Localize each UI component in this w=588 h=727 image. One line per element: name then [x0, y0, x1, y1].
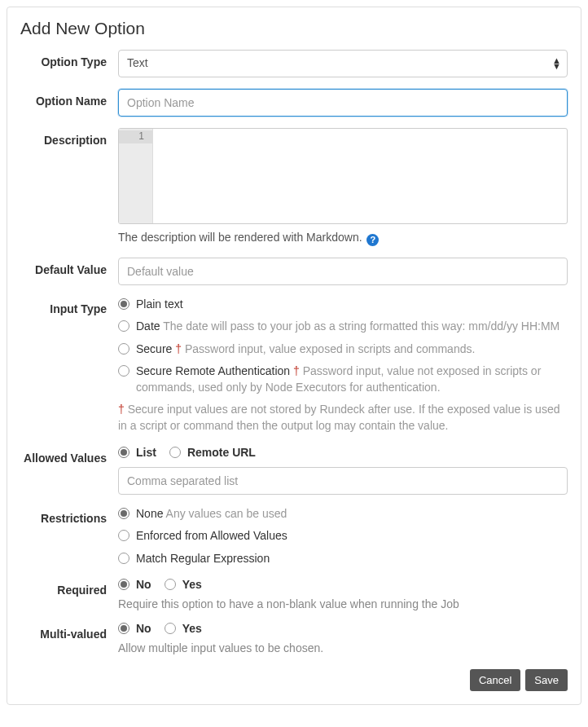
allowed-values-list[interactable]: List — [118, 446, 156, 459]
radio-label: Yes — [182, 622, 202, 635]
radio-icon[interactable] — [118, 579, 129, 590]
editor-gutter: 1 — [119, 129, 153, 223]
help-icon[interactable]: ? — [366, 234, 379, 246]
required-help: Require this option to have a non-blank … — [118, 597, 568, 610]
radio-hint: Any values can be used — [166, 507, 287, 520]
label-allowed-values: Allowed Values — [20, 446, 118, 495]
dagger-icon: † — [118, 403, 125, 416]
multi-valued-help: Allow multiple input values to be chosen… — [118, 641, 568, 654]
add-option-panel: Add New Option Option Type Text ▲▼ Optio… — [7, 7, 581, 705]
radio-label: Match Regular Expression — [136, 552, 270, 565]
radio-label: None — [136, 507, 163, 520]
radio-icon[interactable] — [118, 553, 129, 564]
radio-icon[interactable] — [118, 447, 129, 458]
label-option-name: Option Name — [20, 89, 118, 117]
radio-label: Remote URL — [187, 446, 256, 459]
radio-icon[interactable] — [169, 447, 181, 458]
row-option-name: Option Name — [20, 89, 568, 117]
restriction-none[interactable]: None Any values can be used — [118, 506, 568, 522]
option-type-select[interactable]: Text — [118, 50, 568, 77]
dagger-icon: † — [293, 364, 300, 377]
allowed-values-input[interactable] — [118, 467, 568, 495]
input-type-secure-remote[interactable]: Secure Remote Authentication † Password … — [118, 364, 568, 395]
radio-label: Yes — [182, 578, 202, 591]
label-default-value: Default Value — [20, 258, 118, 285]
label-option-type: Option Type — [20, 50, 118, 77]
required-yes[interactable]: Yes — [165, 578, 202, 591]
description-editor[interactable]: 1 — [118, 128, 568, 224]
input-type-secure[interactable]: Secure † Password input, value exposed i… — [118, 341, 568, 358]
dagger-icon: † — [175, 342, 182, 355]
secure-note-text: Secure input values are not stored by Ru… — [118, 403, 559, 432]
radio-icon[interactable] — [118, 365, 129, 377]
radio-label: No — [136, 578, 151, 591]
radio-icon[interactable] — [118, 298, 129, 310]
radio-hint: Password input, value exposed in scripts… — [185, 342, 475, 355]
radio-icon[interactable] — [118, 530, 129, 541]
radio-icon[interactable] — [165, 623, 176, 634]
radio-icon[interactable] — [118, 320, 129, 332]
radio-label: List — [136, 446, 156, 459]
radio-label: Date — [136, 319, 160, 333]
footer-buttons: Cancel Save — [20, 669, 568, 691]
cancel-button[interactable]: Cancel — [470, 669, 520, 691]
radio-icon[interactable] — [118, 508, 129, 519]
restriction-regex[interactable]: Match Regular Expression — [118, 551, 568, 567]
radio-icon[interactable] — [118, 623, 129, 634]
input-type-date[interactable]: Date The date will pass to your job as a… — [118, 319, 568, 335]
row-allowed-values: Allowed Values List Remote URL — [20, 446, 568, 495]
input-type-plain[interactable]: Plain text — [118, 297, 568, 313]
radio-label: Enforced from Allowed Values — [136, 529, 287, 542]
description-help: The description will be rendered with Ma… — [118, 231, 568, 246]
row-multi-valued: Multi-valued No Yes Allow multiple input… — [20, 622, 568, 654]
row-option-type: Option Type Text ▲▼ — [20, 50, 568, 77]
radio-hint: The date will pass to your job as a stri… — [163, 319, 559, 333]
radio-icon[interactable] — [118, 343, 129, 355]
allowed-values-remote[interactable]: Remote URL — [169, 446, 256, 459]
label-required: Required — [20, 578, 118, 610]
page-title: Add New Option — [20, 19, 568, 38]
editor-body[interactable] — [153, 129, 567, 223]
restriction-enforced[interactable]: Enforced from Allowed Values — [118, 528, 568, 544]
secure-note: † Secure input values are not stored by … — [118, 402, 568, 434]
row-required: Required No Yes Require this option to h… — [20, 578, 568, 610]
label-input-type: Input Type — [20, 297, 118, 434]
row-description: Description 1 The description will be re… — [20, 128, 568, 246]
radio-label: Secure — [136, 342, 172, 355]
option-name-input[interactable] — [118, 89, 568, 117]
default-value-input[interactable] — [118, 258, 568, 285]
line-number: 1 — [119, 130, 152, 143]
radio-label: Secure Remote Authentication — [136, 364, 290, 377]
radio-label: Plain text — [136, 297, 183, 311]
description-help-text: The description will be rendered with Ma… — [118, 231, 362, 244]
label-restrictions: Restrictions — [20, 506, 118, 567]
multi-valued-no[interactable]: No — [118, 622, 151, 635]
save-button[interactable]: Save — [525, 669, 568, 691]
label-multi-valued: Multi-valued — [20, 622, 118, 654]
row-input-type: Input Type Plain text Date The date will… — [20, 297, 568, 434]
multi-valued-yes[interactable]: Yes — [165, 622, 202, 635]
required-no[interactable]: No — [118, 578, 151, 591]
radio-icon[interactable] — [165, 579, 176, 590]
row-restrictions: Restrictions None Any values can be used… — [20, 506, 568, 567]
radio-label: No — [136, 622, 151, 635]
label-description: Description — [20, 128, 118, 246]
row-default-value: Default Value — [20, 258, 568, 285]
